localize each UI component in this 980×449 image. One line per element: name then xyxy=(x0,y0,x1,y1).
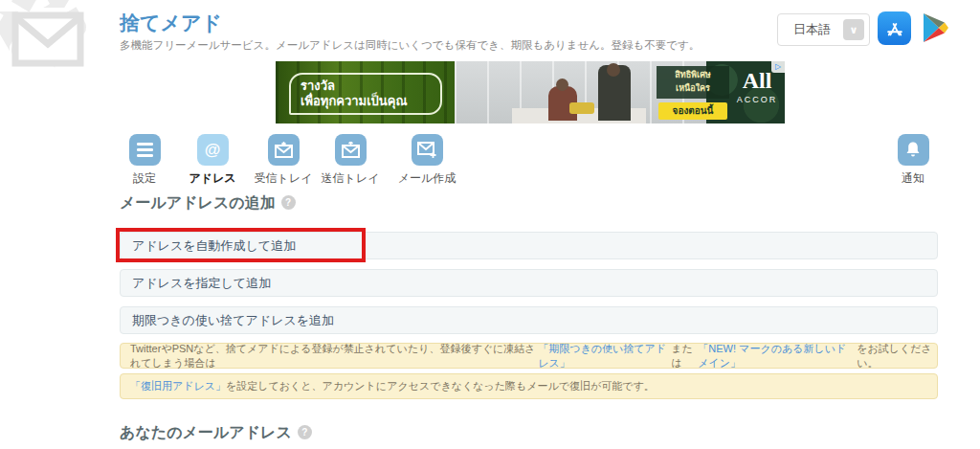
ad-left-line2: เพื่อทุกความเป็นคุณ xyxy=(301,94,440,109)
link-recovery-address[interactable]: 「復旧用アドレス」 xyxy=(130,379,226,393)
notice2-text: を設定しておくと、アカウントにアクセスできなくなった際もメールで復旧が可能です。 xyxy=(226,379,655,393)
nav-item-compose[interactable]: メール作成 xyxy=(393,134,460,187)
ad-left-line1: รางวัล xyxy=(301,79,440,94)
menu-icon xyxy=(129,134,161,166)
notice1-mid: または xyxy=(671,342,698,370)
notice-banned-services: TwitterやPSNなど、捨てメアドによる登録が禁止されていたり、登録後すぐに… xyxy=(120,343,938,369)
google-play-icon xyxy=(920,11,950,44)
ad-promo-line1: สิทธิพิเศษ xyxy=(657,69,729,82)
nav-item-notifications[interactable]: 通知 xyxy=(880,134,947,187)
ad-cta-button[interactable]: จองตอนนี้ xyxy=(658,102,727,120)
ad-promo-text: สิทธิพิเศษ เหนือใคร xyxy=(657,66,729,99)
add-expiring-address-button[interactable]: 期限つきの使い捨てアドレスを追加 xyxy=(120,306,938,334)
inbox-icon xyxy=(268,134,300,166)
site-logo: ♻ xyxy=(0,0,130,117)
chevron-down-icon[interactable]: ∨ xyxy=(843,19,864,40)
nav-label-inbox: 受信トレイ xyxy=(250,170,317,187)
help-icon[interactable]: ? xyxy=(281,195,296,210)
section-heading-add: メールアドレスの追加? xyxy=(120,193,296,213)
add-specified-address-button[interactable]: アドレスを指定して追加 xyxy=(120,269,938,297)
your-heading-text: あなたのメールアドレス xyxy=(120,424,292,440)
nav-item-settings[interactable]: 設定 xyxy=(111,134,178,187)
app-store-icon xyxy=(884,18,905,39)
ad-brand-accor: ACCOR xyxy=(733,95,781,104)
language-selector[interactable]: 日本語 ∨ xyxy=(777,13,870,46)
nav-label-compose: メール作成 xyxy=(393,170,460,187)
sent-icon xyxy=(335,134,367,166)
nav-label-sent: 送信トレイ xyxy=(317,170,384,187)
at-glyph: @ xyxy=(205,141,221,160)
envelope-logo-icon xyxy=(11,11,84,67)
google-play-button[interactable] xyxy=(917,10,953,46)
language-selected-label: 日本語 xyxy=(778,21,843,38)
ad-photo-person-standing xyxy=(598,65,631,121)
ad-photo-food xyxy=(569,102,594,114)
page-title: 捨てメアド xyxy=(120,10,222,36)
bell-icon xyxy=(898,134,929,166)
nav-label-settings: 設定 xyxy=(111,170,178,187)
notice1-pre: TwitterやPSNなど、捨てメアドによる登録が禁止されていたり、登録後すぐに… xyxy=(130,342,538,370)
nav-label-address: アドレス xyxy=(179,170,246,187)
ad-left-text: รางวัล เพื่อทุกความเป็นคุณ xyxy=(289,73,442,115)
ad-promo-line2: เหนือใคร xyxy=(657,82,729,96)
link-new-domain[interactable]: 「NEW! マークのある新しいドメイン」 xyxy=(698,342,857,370)
link-expiring-address[interactable]: 「期限つきの使い捨てアドレス」 xyxy=(538,342,671,370)
nav-item-sent[interactable]: 送信トレイ xyxy=(317,134,384,187)
add-heading-text: メールアドレスの追加 xyxy=(120,194,276,211)
notice1-post: をお試しください。 xyxy=(857,342,937,370)
page: ♻ 捨てメアド 多機能フリーメールサービス。メールアドレスは同時にいくつでも保有… xyxy=(0,0,980,449)
app-store-button[interactable] xyxy=(878,11,911,45)
ad-banner[interactable]: รางวัล เพื่อทุกความเป็นคุณ สิทธิพิเศษ เห… xyxy=(276,61,785,123)
help-icon[interactable]: ? xyxy=(298,425,312,439)
nav-label-notifications: 通知 xyxy=(880,170,947,187)
adchoices-icon[interactable]: ▷ xyxy=(771,61,785,73)
notice-recovery-address: 「復旧用アドレス」を設定しておくと、アカウントにアクセスできなくなった際もメール… xyxy=(120,373,938,399)
nav-item-inbox[interactable]: 受信トレイ xyxy=(250,134,317,187)
add-auto-address-button[interactable]: アドレスを自動作成して追加 xyxy=(120,232,938,259)
ad-brand-logo: All ACCOR xyxy=(733,69,781,104)
compose-icon xyxy=(412,134,443,166)
section-heading-your-addresses: あなたのメールアドレス? xyxy=(120,423,312,443)
nav-item-address[interactable]: @ アドレス xyxy=(179,134,246,187)
at-icon: @ xyxy=(197,134,229,166)
page-subtitle: 多機能フリーメールサービス。メールアドレスは同時にいくつでも保有でき、期限もあり… xyxy=(120,38,700,53)
